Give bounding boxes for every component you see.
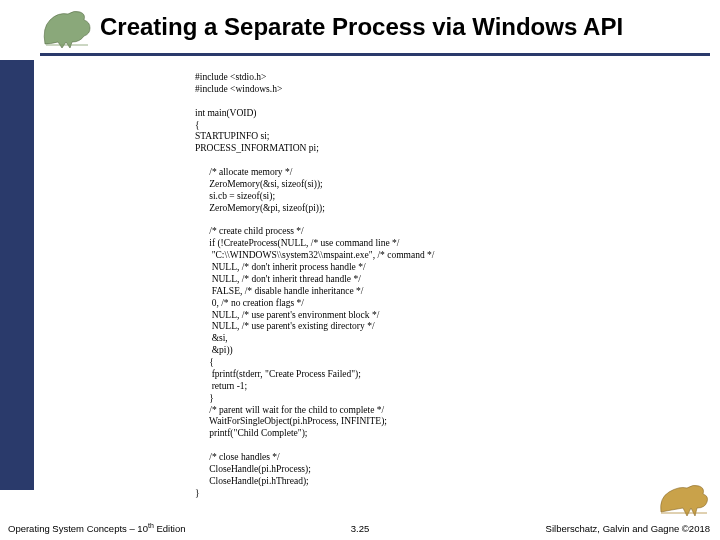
footer: Operating System Concepts – 10th Edition… <box>0 514 720 534</box>
code-listing: #include <stdio.h> #include <windows.h> … <box>195 72 434 500</box>
footer-page-number: 3.25 <box>351 523 370 534</box>
footer-copyright: Silberschatz, Galvin and Gagne ©2018 <box>546 523 710 534</box>
horizontal-rule <box>40 53 710 56</box>
footer-edition-suffix: Edition <box>154 523 186 534</box>
footer-book: Operating System Concepts – 10 <box>8 523 148 534</box>
side-accent-bar <box>0 60 34 490</box>
slide-title: Creating a Separate Process via Windows … <box>100 13 623 41</box>
dinosaur-icon-right <box>657 480 712 518</box>
footer-left: Operating System Concepts – 10th Edition <box>8 522 185 534</box>
dinosaur-icon-left <box>40 8 95 50</box>
